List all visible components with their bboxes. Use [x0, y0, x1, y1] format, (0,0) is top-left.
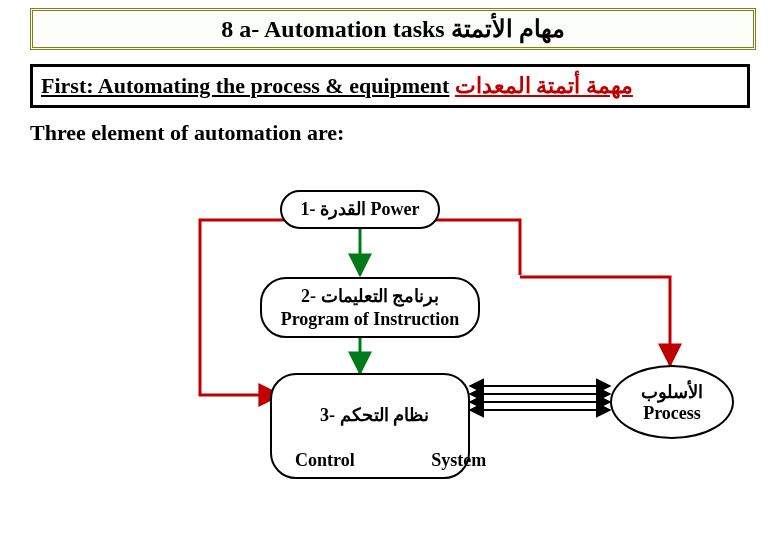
node-power: 1- القدرة Power	[280, 190, 440, 229]
node-control-en: Control System	[295, 450, 486, 470]
node-power-en: Power	[371, 199, 420, 219]
node-process-en: Process	[612, 403, 732, 424]
node-program-en: Program of Instruction	[276, 308, 464, 331]
node-program-ar: 2- برنامج التعليمات	[276, 285, 464, 308]
node-power-ar: 1- القدرة	[301, 199, 367, 219]
node-program: 2- برنامج التعليمات Program of Instructi…	[260, 277, 480, 338]
node-process-ar: الأسلوب	[612, 381, 732, 403]
node-control: 3- نظام التحكم Control System	[270, 373, 470, 479]
node-process: الأسلوب Process	[610, 365, 734, 439]
node-control-ar: 3- نظام التحكم	[320, 405, 429, 425]
